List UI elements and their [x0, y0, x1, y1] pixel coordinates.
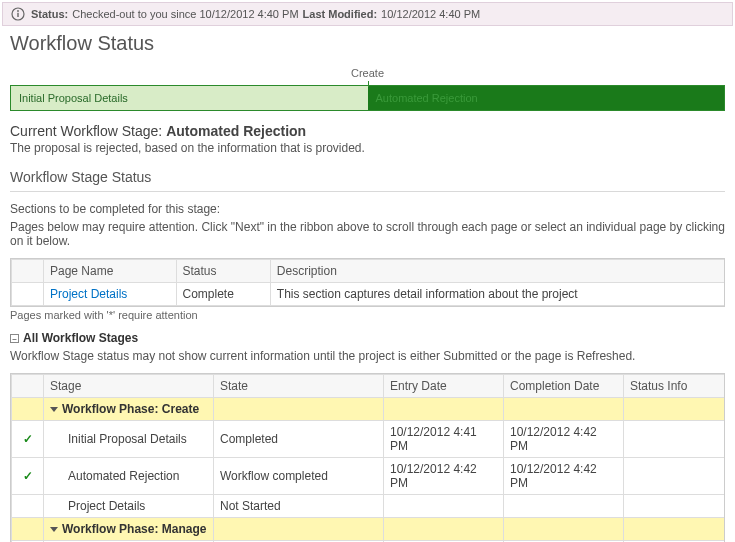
phase-label-cell[interactable]: Workflow Phase: Create	[44, 398, 214, 421]
stage-state: Completed	[214, 421, 384, 458]
stage-info	[624, 495, 726, 518]
stage-name: Automated Rejection	[44, 458, 214, 495]
stage-completion	[504, 495, 624, 518]
phase-seg-rejection[interactable]: Automated Rejection	[368, 86, 725, 110]
phase-icon-cell	[12, 398, 44, 421]
stage-state: Not Started	[214, 495, 384, 518]
col-stage: Stage	[44, 375, 214, 398]
col-info: Status Info	[624, 375, 726, 398]
all-stages-toggle[interactable]: –All Workflow Stages	[10, 331, 725, 345]
row-status: Complete	[176, 283, 270, 306]
check-icon: ✓	[23, 469, 33, 483]
stage-completion: 10/12/2012 4:42 PM	[504, 421, 624, 458]
stage-status-heading: Workflow Stage Status	[10, 169, 725, 185]
svg-rect-2	[17, 13, 18, 17]
col-state: State	[214, 375, 384, 398]
all-stages-label: All Workflow Stages	[23, 331, 138, 345]
page-details-link[interactable]: Project Details	[50, 287, 127, 301]
current-stage-value: Automated Rejection	[166, 123, 306, 139]
phase-tick	[368, 81, 369, 87]
phase-label-cell[interactable]: Workflow Phase: Manage	[44, 518, 214, 541]
row-description: This section captures detail information…	[270, 283, 725, 306]
stage-entry: 10/12/2012 4:42 PM	[384, 458, 504, 495]
info-icon	[11, 7, 25, 21]
stage-row: Project DetailsNot Started	[12, 495, 726, 518]
collapse-icon[interactable]: –	[10, 334, 19, 343]
col-icon	[12, 260, 44, 283]
stage-check-cell: ✓	[12, 421, 44, 458]
check-icon: ✓	[23, 432, 33, 446]
current-stage-label: Current Workflow Stage:	[10, 123, 162, 139]
phase-icon-cell	[12, 518, 44, 541]
stage-name: Project Details	[44, 495, 214, 518]
phase-seg-initial[interactable]: Initial Proposal Details	[11, 86, 368, 110]
caret-down-icon	[50, 527, 58, 532]
row-icon-cell	[12, 283, 44, 306]
stage-check-cell	[12, 495, 44, 518]
stage-completion: 10/12/2012 4:42 PM	[504, 458, 624, 495]
col-description: Description	[270, 260, 725, 283]
stage-name: Initial Proposal Details	[44, 421, 214, 458]
stage-state: Workflow completed	[214, 458, 384, 495]
sections-hint: Pages below may require attention. Click…	[10, 220, 725, 248]
stage-check-cell: ✓	[12, 458, 44, 495]
current-stage-line: Current Workflow Stage: Automated Reject…	[10, 123, 725, 139]
col-check	[12, 375, 44, 398]
svg-point-1	[17, 10, 19, 12]
phase-row[interactable]: Workflow Phase: Create	[12, 398, 726, 421]
all-stages-hint: Workflow Stage status may not show curre…	[10, 349, 725, 363]
status-label: Status:	[31, 8, 68, 20]
table-row: Project DetailsCompleteThis section capt…	[12, 283, 726, 306]
col-page-name: Page Name	[44, 260, 177, 283]
row-page-name[interactable]: Project Details	[44, 283, 177, 306]
stage-row: ✓Automated RejectionWorkflow completed10…	[12, 458, 726, 495]
status-text: Checked-out to you since 10/12/2012 4:40…	[72, 8, 298, 20]
phase-row[interactable]: Workflow Phase: Manage	[12, 518, 726, 541]
lastmod-text: 10/12/2012 4:40 PM	[381, 8, 480, 20]
lastmod-label: Last Modified:	[303, 8, 378, 20]
current-stage-description: The proposal is rejected, based on the i…	[10, 141, 725, 155]
stage-entry	[384, 495, 504, 518]
stage-info	[624, 421, 726, 458]
caret-down-icon	[50, 407, 58, 412]
status-bar: Status: Checked-out to you since 10/12/2…	[2, 2, 733, 26]
page-title: Workflow Status	[10, 32, 725, 55]
phase-progress: Create Initial Proposal Details Automate…	[10, 67, 725, 111]
stages-table-container[interactable]: Stage State Entry Date Completion Date S…	[10, 373, 725, 542]
stage-entry: 10/12/2012 4:41 PM	[384, 421, 504, 458]
sections-footnote: Pages marked with '*' require attention	[10, 309, 725, 321]
sections-table: Page Name Status Description Project Det…	[11, 259, 725, 306]
stage-info	[624, 458, 726, 495]
stage-row: ✓Initial Proposal DetailsCompleted10/12/…	[12, 421, 726, 458]
col-completion: Completion Date	[504, 375, 624, 398]
phase-create-label: Create	[351, 67, 384, 79]
stages-table: Stage State Entry Date Completion Date S…	[11, 374, 725, 542]
col-status: Status	[176, 260, 270, 283]
sections-table-container[interactable]: Page Name Status Description Project Det…	[10, 258, 725, 307]
sections-heading: Sections to be completed for this stage:	[10, 202, 725, 216]
divider	[10, 191, 725, 192]
col-entry: Entry Date	[384, 375, 504, 398]
